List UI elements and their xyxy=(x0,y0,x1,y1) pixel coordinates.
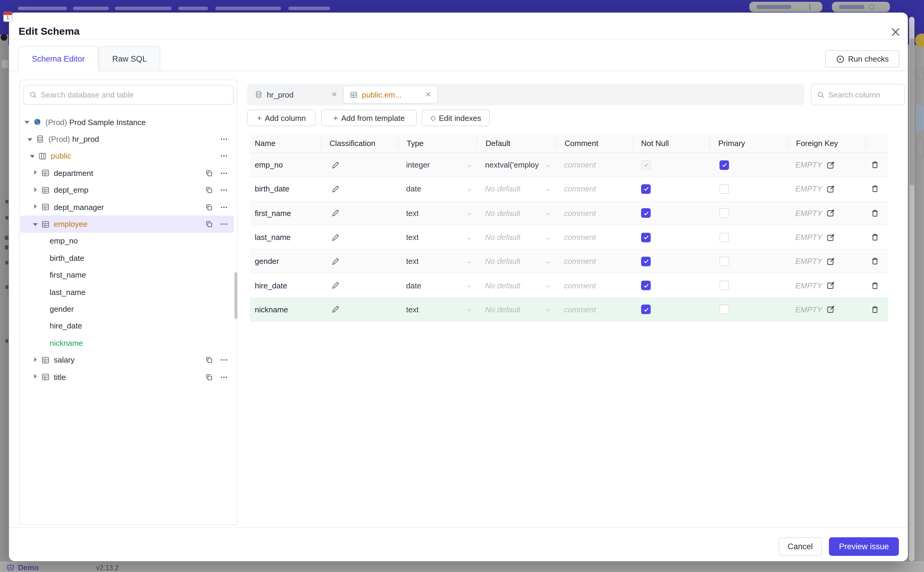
tree-search-input[interactable]: Search database and table xyxy=(23,85,234,105)
edit-icon[interactable] xyxy=(826,185,835,193)
add-from-template-button[interactable]: + Add from template xyxy=(321,109,417,126)
tab-raw-sql[interactable]: Raw SQL xyxy=(99,46,160,71)
type-cell[interactable]: date xyxy=(398,177,477,201)
chevron-right-icon[interactable] xyxy=(33,357,39,363)
tree-item-column-first-name[interactable]: first_name xyxy=(20,267,234,284)
primary-checkbox[interactable] xyxy=(719,232,729,242)
copy-icon[interactable] xyxy=(205,186,214,194)
pencil-icon[interactable] xyxy=(331,233,340,241)
demo-label[interactable]: Demo xyxy=(18,563,39,572)
edit-indexes-button[interactable]: ◇ Edit indexes xyxy=(422,109,490,126)
default-cell[interactable]: No default xyxy=(477,274,556,297)
page-scrollbar-thumb[interactable] xyxy=(909,38,914,185)
copy-icon[interactable] xyxy=(205,356,214,364)
tree-scrollbar-thumb[interactable] xyxy=(234,272,237,319)
column-name-cell[interactable]: gender xyxy=(250,250,321,273)
primary-checkbox[interactable] xyxy=(719,184,729,194)
edit-icon[interactable] xyxy=(826,161,835,169)
tree-item-table-department[interactable]: department xyxy=(20,165,234,182)
column-name-cell[interactable]: emp_no xyxy=(250,153,321,177)
column-search-input[interactable]: Search column xyxy=(811,84,905,105)
not-null-checkbox[interactable] xyxy=(641,184,651,194)
trash-icon[interactable] xyxy=(871,233,879,242)
more-icon[interactable] xyxy=(220,152,228,160)
trash-icon[interactable] xyxy=(871,281,879,290)
edit-icon[interactable] xyxy=(826,257,835,266)
edit-icon[interactable] xyxy=(826,233,835,241)
copy-icon[interactable] xyxy=(205,220,214,228)
tree-item-table-employee[interactable]: employee xyxy=(20,216,234,233)
tree-item-table-dept-manager[interactable]: dept_manager xyxy=(20,199,234,216)
type-cell[interactable]: date xyxy=(398,274,477,297)
edit-icon[interactable] xyxy=(826,281,835,289)
trash-icon[interactable] xyxy=(871,160,879,169)
preview-issue-button[interactable]: Preview issue xyxy=(829,537,899,556)
chevron-right-icon[interactable] xyxy=(33,204,39,210)
type-cell[interactable]: text xyxy=(398,250,477,273)
chevron-down-icon[interactable] xyxy=(33,221,39,227)
tree-item-column-birth-date[interactable]: birth_date xyxy=(20,250,234,267)
column-name-cell[interactable]: first_name xyxy=(250,201,321,225)
editor-tab-hr-prod[interactable]: hr_prod ✕ xyxy=(249,85,343,104)
tab-schema-editor[interactable]: Schema Editor xyxy=(18,46,99,71)
more-icon[interactable] xyxy=(220,186,228,194)
comment-cell[interactable]: comment xyxy=(556,298,632,322)
not-null-checkbox[interactable] xyxy=(641,257,651,266)
type-cell[interactable]: text xyxy=(398,201,477,225)
cancel-button[interactable]: Cancel xyxy=(779,537,822,556)
more-icon[interactable] xyxy=(220,135,228,143)
pencil-icon[interactable] xyxy=(331,161,340,169)
default-cell[interactable]: No default xyxy=(477,177,556,201)
tree-item-column-last-name[interactable]: last_name xyxy=(20,284,234,301)
tree-item-table-title[interactable]: title xyxy=(20,368,234,385)
close-icon[interactable]: ✕ xyxy=(331,90,337,99)
tree-item-column-gender[interactable]: gender xyxy=(20,301,234,318)
primary-checkbox[interactable] xyxy=(719,281,729,290)
comment-cell[interactable]: comment xyxy=(556,250,632,273)
tree-item-table-dept-emp[interactable]: dept_emp xyxy=(20,182,234,199)
edit-icon[interactable] xyxy=(826,209,835,217)
pencil-icon[interactable] xyxy=(331,185,340,193)
editor-tab-public-employee[interactable]: public.em... ✕ xyxy=(343,85,438,104)
default-cell[interactable]: No default xyxy=(477,225,556,249)
copy-icon[interactable] xyxy=(205,373,214,381)
close-icon[interactable] xyxy=(890,27,902,39)
more-icon[interactable] xyxy=(220,373,228,381)
copy-icon[interactable] xyxy=(205,169,214,177)
chevron-down-icon[interactable] xyxy=(28,136,34,142)
edit-icon[interactable] xyxy=(826,305,835,314)
type-cell[interactable]: text xyxy=(398,225,477,249)
not-null-checkbox[interactable] xyxy=(641,208,651,218)
tree-item-schema-public[interactable]: public xyxy=(20,148,234,165)
comment-cell[interactable]: comment xyxy=(556,201,632,225)
comment-cell[interactable]: comment xyxy=(556,274,632,297)
more-icon[interactable] xyxy=(220,169,228,177)
not-null-checkbox[interactable] xyxy=(641,160,651,169)
column-name-cell[interactable]: hire_date xyxy=(250,274,321,297)
add-column-button[interactable]: + Add column xyxy=(247,109,316,126)
trash-icon[interactable] xyxy=(871,257,879,266)
chevron-right-icon[interactable] xyxy=(33,170,39,176)
type-cell[interactable]: integer xyxy=(398,153,477,177)
trash-icon[interactable] xyxy=(871,305,879,314)
not-null-checkbox[interactable] xyxy=(641,305,651,314)
pencil-icon[interactable] xyxy=(331,209,340,217)
column-name-cell[interactable]: birth_date xyxy=(250,177,321,201)
tree-item-column-hire-date[interactable]: hire_date xyxy=(20,317,234,334)
column-name-cell[interactable]: nickname xyxy=(250,298,321,322)
chevron-down-icon[interactable] xyxy=(25,119,31,125)
default-cell[interactable]: nextval('employ xyxy=(477,153,556,177)
primary-checkbox[interactable] xyxy=(719,305,729,314)
default-cell[interactable]: No default xyxy=(477,250,556,273)
default-cell[interactable]: No default xyxy=(477,298,556,322)
tree-item-column-nickname[interactable]: nickname xyxy=(20,334,234,351)
copy-icon[interactable] xyxy=(205,203,214,211)
run-checks-button[interactable]: Run checks xyxy=(825,50,899,68)
tree-item-table-salary[interactable]: salary xyxy=(20,351,234,368)
comment-cell[interactable]: comment xyxy=(556,177,632,201)
tree-item-database[interactable]: (Prod) hr_prod xyxy=(20,131,234,148)
column-name-cell[interactable]: last_name xyxy=(250,225,321,249)
more-icon[interactable] xyxy=(220,356,228,364)
chevron-down-icon[interactable] xyxy=(30,153,36,159)
more-icon[interactable] xyxy=(220,220,228,228)
